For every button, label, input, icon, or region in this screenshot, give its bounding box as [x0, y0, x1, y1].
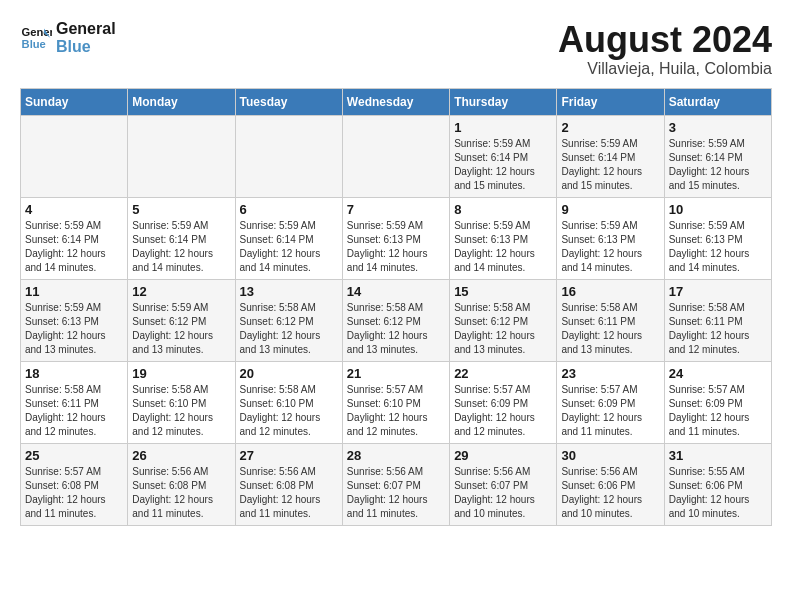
calendar-cell: 2Sunrise: 5:59 AM Sunset: 6:14 PM Daylig… — [557, 115, 664, 197]
day-number: 7 — [347, 202, 445, 217]
day-info: Sunrise: 5:59 AM Sunset: 6:14 PM Dayligh… — [669, 137, 767, 193]
day-number: 3 — [669, 120, 767, 135]
day-number: 28 — [347, 448, 445, 463]
col-header-sunday: Sunday — [21, 88, 128, 115]
day-number: 23 — [561, 366, 659, 381]
calendar-cell: 14Sunrise: 5:58 AM Sunset: 6:12 PM Dayli… — [342, 279, 449, 361]
page-header: General Blue General Blue August 2024 Vi… — [20, 20, 772, 78]
day-info: Sunrise: 5:59 AM Sunset: 6:13 PM Dayligh… — [347, 219, 445, 275]
day-number: 4 — [25, 202, 123, 217]
day-info: Sunrise: 5:58 AM Sunset: 6:11 PM Dayligh… — [25, 383, 123, 439]
day-info: Sunrise: 5:58 AM Sunset: 6:10 PM Dayligh… — [132, 383, 230, 439]
day-info: Sunrise: 5:58 AM Sunset: 6:12 PM Dayligh… — [240, 301, 338, 357]
day-info: Sunrise: 5:56 AM Sunset: 6:06 PM Dayligh… — [561, 465, 659, 521]
day-info: Sunrise: 5:58 AM Sunset: 6:12 PM Dayligh… — [347, 301, 445, 357]
day-number: 14 — [347, 284, 445, 299]
calendar-cell: 24Sunrise: 5:57 AM Sunset: 6:09 PM Dayli… — [664, 361, 771, 443]
svg-text:General: General — [22, 26, 52, 38]
month-year-title: August 2024 — [558, 20, 772, 60]
calendar-cell: 27Sunrise: 5:56 AM Sunset: 6:08 PM Dayli… — [235, 443, 342, 525]
day-info: Sunrise: 5:58 AM Sunset: 6:12 PM Dayligh… — [454, 301, 552, 357]
calendar-cell: 12Sunrise: 5:59 AM Sunset: 6:12 PM Dayli… — [128, 279, 235, 361]
calendar-cell: 11Sunrise: 5:59 AM Sunset: 6:13 PM Dayli… — [21, 279, 128, 361]
col-header-monday: Monday — [128, 88, 235, 115]
day-number: 22 — [454, 366, 552, 381]
day-number: 13 — [240, 284, 338, 299]
day-info: Sunrise: 5:57 AM Sunset: 6:08 PM Dayligh… — [25, 465, 123, 521]
day-info: Sunrise: 5:59 AM Sunset: 6:14 PM Dayligh… — [561, 137, 659, 193]
day-info: Sunrise: 5:59 AM Sunset: 6:13 PM Dayligh… — [454, 219, 552, 275]
day-info: Sunrise: 5:56 AM Sunset: 6:07 PM Dayligh… — [454, 465, 552, 521]
calendar-cell: 21Sunrise: 5:57 AM Sunset: 6:10 PM Dayli… — [342, 361, 449, 443]
calendar-cell: 3Sunrise: 5:59 AM Sunset: 6:14 PM Daylig… — [664, 115, 771, 197]
svg-text:Blue: Blue — [22, 37, 46, 49]
day-number: 16 — [561, 284, 659, 299]
calendar-cell: 29Sunrise: 5:56 AM Sunset: 6:07 PM Dayli… — [450, 443, 557, 525]
day-number: 30 — [561, 448, 659, 463]
calendar-cell — [342, 115, 449, 197]
day-info: Sunrise: 5:59 AM Sunset: 6:14 PM Dayligh… — [132, 219, 230, 275]
calendar-cell: 18Sunrise: 5:58 AM Sunset: 6:11 PM Dayli… — [21, 361, 128, 443]
day-info: Sunrise: 5:57 AM Sunset: 6:09 PM Dayligh… — [669, 383, 767, 439]
day-info: Sunrise: 5:59 AM Sunset: 6:14 PM Dayligh… — [240, 219, 338, 275]
day-info: Sunrise: 5:56 AM Sunset: 6:07 PM Dayligh… — [347, 465, 445, 521]
calendar-cell: 30Sunrise: 5:56 AM Sunset: 6:06 PM Dayli… — [557, 443, 664, 525]
calendar-cell: 15Sunrise: 5:58 AM Sunset: 6:12 PM Dayli… — [450, 279, 557, 361]
calendar-cell: 6Sunrise: 5:59 AM Sunset: 6:14 PM Daylig… — [235, 197, 342, 279]
calendar-cell: 20Sunrise: 5:58 AM Sunset: 6:10 PM Dayli… — [235, 361, 342, 443]
day-number: 9 — [561, 202, 659, 217]
day-info: Sunrise: 5:59 AM Sunset: 6:12 PM Dayligh… — [132, 301, 230, 357]
logo-icon: General Blue — [20, 22, 52, 54]
title-block: August 2024 Villavieja, Huila, Colombia — [558, 20, 772, 78]
day-number: 12 — [132, 284, 230, 299]
calendar-cell: 17Sunrise: 5:58 AM Sunset: 6:11 PM Dayli… — [664, 279, 771, 361]
day-number: 2 — [561, 120, 659, 135]
day-number: 21 — [347, 366, 445, 381]
day-number: 5 — [132, 202, 230, 217]
day-number: 27 — [240, 448, 338, 463]
day-number: 19 — [132, 366, 230, 381]
calendar-cell — [21, 115, 128, 197]
day-info: Sunrise: 5:59 AM Sunset: 6:14 PM Dayligh… — [25, 219, 123, 275]
calendar-cell: 31Sunrise: 5:55 AM Sunset: 6:06 PM Dayli… — [664, 443, 771, 525]
logo-line2: Blue — [56, 38, 116, 56]
day-number: 20 — [240, 366, 338, 381]
calendar-cell: 16Sunrise: 5:58 AM Sunset: 6:11 PM Dayli… — [557, 279, 664, 361]
calendar-cell: 28Sunrise: 5:56 AM Sunset: 6:07 PM Dayli… — [342, 443, 449, 525]
calendar-cell — [128, 115, 235, 197]
day-info: Sunrise: 5:58 AM Sunset: 6:11 PM Dayligh… — [669, 301, 767, 357]
day-number: 10 — [669, 202, 767, 217]
day-info: Sunrise: 5:59 AM Sunset: 6:14 PM Dayligh… — [454, 137, 552, 193]
logo: General Blue General Blue — [20, 20, 116, 55]
day-info: Sunrise: 5:57 AM Sunset: 6:09 PM Dayligh… — [454, 383, 552, 439]
col-header-thursday: Thursday — [450, 88, 557, 115]
col-header-friday: Friday — [557, 88, 664, 115]
day-info: Sunrise: 5:59 AM Sunset: 6:13 PM Dayligh… — [25, 301, 123, 357]
calendar-cell: 23Sunrise: 5:57 AM Sunset: 6:09 PM Dayli… — [557, 361, 664, 443]
day-number: 25 — [25, 448, 123, 463]
col-header-tuesday: Tuesday — [235, 88, 342, 115]
day-number: 6 — [240, 202, 338, 217]
day-number: 26 — [132, 448, 230, 463]
day-info: Sunrise: 5:59 AM Sunset: 6:13 PM Dayligh… — [669, 219, 767, 275]
calendar-cell: 25Sunrise: 5:57 AM Sunset: 6:08 PM Dayli… — [21, 443, 128, 525]
calendar-cell: 7Sunrise: 5:59 AM Sunset: 6:13 PM Daylig… — [342, 197, 449, 279]
day-number: 29 — [454, 448, 552, 463]
calendar-cell: 22Sunrise: 5:57 AM Sunset: 6:09 PM Dayli… — [450, 361, 557, 443]
calendar-cell: 13Sunrise: 5:58 AM Sunset: 6:12 PM Dayli… — [235, 279, 342, 361]
day-info: Sunrise: 5:57 AM Sunset: 6:09 PM Dayligh… — [561, 383, 659, 439]
day-info: Sunrise: 5:58 AM Sunset: 6:11 PM Dayligh… — [561, 301, 659, 357]
calendar-cell: 19Sunrise: 5:58 AM Sunset: 6:10 PM Dayli… — [128, 361, 235, 443]
day-info: Sunrise: 5:56 AM Sunset: 6:08 PM Dayligh… — [240, 465, 338, 521]
calendar-cell: 9Sunrise: 5:59 AM Sunset: 6:13 PM Daylig… — [557, 197, 664, 279]
day-number: 15 — [454, 284, 552, 299]
calendar-cell: 4Sunrise: 5:59 AM Sunset: 6:14 PM Daylig… — [21, 197, 128, 279]
day-number: 24 — [669, 366, 767, 381]
day-number: 8 — [454, 202, 552, 217]
calendar-cell: 1Sunrise: 5:59 AM Sunset: 6:14 PM Daylig… — [450, 115, 557, 197]
calendar-cell: 26Sunrise: 5:56 AM Sunset: 6:08 PM Dayli… — [128, 443, 235, 525]
day-number: 18 — [25, 366, 123, 381]
day-info: Sunrise: 5:57 AM Sunset: 6:10 PM Dayligh… — [347, 383, 445, 439]
day-info: Sunrise: 5:58 AM Sunset: 6:10 PM Dayligh… — [240, 383, 338, 439]
day-info: Sunrise: 5:56 AM Sunset: 6:08 PM Dayligh… — [132, 465, 230, 521]
